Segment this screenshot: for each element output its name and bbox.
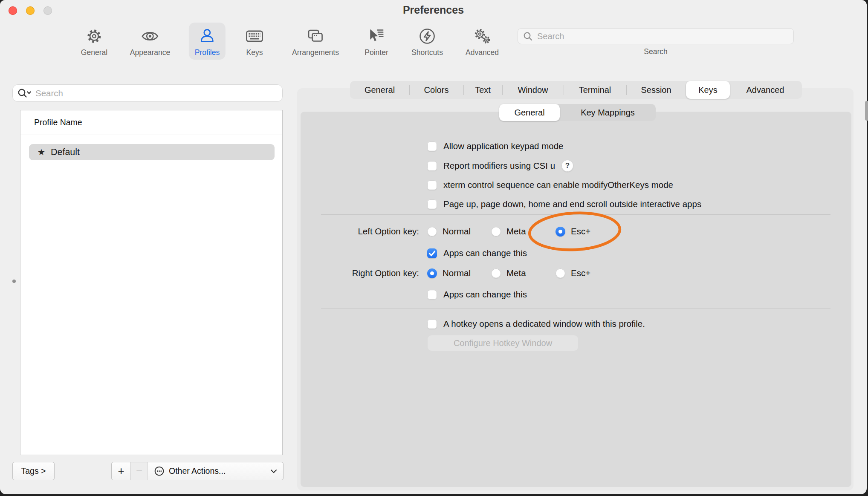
checkbox-label: Apps can change this xyxy=(443,289,527,300)
checkbox-label: Page up, page down, home and end scroll … xyxy=(443,199,701,209)
checkbox-left-apps-can-change[interactable] xyxy=(427,248,437,258)
eye-icon xyxy=(140,26,160,47)
toolbar-search-input[interactable] xyxy=(536,31,788,42)
toolbar-item-arrangements[interactable]: Arrangements xyxy=(286,23,345,60)
left-option-key-label: Left Option key: xyxy=(291,225,419,237)
toolbar-item-label: Pointer xyxy=(365,48,388,57)
toolbar-item-appearance[interactable]: Appearance xyxy=(124,23,176,60)
tab-window[interactable]: Window xyxy=(502,81,564,99)
search-menu-icon[interactable] xyxy=(17,88,32,99)
profile-row-default[interactable]: ★ Default xyxy=(29,144,275,160)
tab-text[interactable]: Text xyxy=(463,81,502,99)
tab-terminal[interactable]: Terminal xyxy=(564,81,626,99)
profile-search-field[interactable] xyxy=(12,84,283,102)
checkbox-right-apps-can-change[interactable] xyxy=(427,290,437,300)
add-profile-button[interactable]: + xyxy=(112,462,131,480)
radio-icon[interactable] xyxy=(556,268,565,278)
titlebar: Preferences General Appearance xyxy=(0,0,867,65)
star-icon: ★ xyxy=(38,148,45,156)
toolbar-item-pointer[interactable]: Pointer xyxy=(359,23,394,60)
other-actions-label: Other Actions... xyxy=(169,466,226,476)
other-actions-dropdown[interactable]: Other Actions... xyxy=(148,462,283,480)
radio-icon[interactable] xyxy=(491,227,501,236)
radio-right-esc[interactable]: Esc+ xyxy=(556,267,590,279)
profile-tabbar: General Colors Text Window Terminal Sess… xyxy=(350,81,802,99)
toolbar-item-label: Keys xyxy=(246,48,263,57)
toolbar-item-label: Shortcuts xyxy=(411,48,443,57)
toolbar-item-advanced[interactable]: Advanced xyxy=(460,23,505,60)
radio-right-meta[interactable]: Meta xyxy=(491,267,526,279)
toolbar-item-general[interactable]: General xyxy=(75,23,113,60)
circle-ellipsis-icon xyxy=(154,466,165,476)
help-button[interactable]: ? xyxy=(561,160,573,172)
checkbox-keypad-mode[interactable] xyxy=(427,141,437,151)
subtab-key-mappings[interactable]: Key Mappings xyxy=(560,104,656,121)
windows-icon xyxy=(306,26,325,47)
toolbar-search-field[interactable] xyxy=(518,28,794,44)
tab-session[interactable]: Session xyxy=(626,81,686,99)
checkbox-label: Allow application keypad mode xyxy=(443,141,563,151)
window-edge-artifact xyxy=(865,101,868,121)
tab-advanced[interactable]: Advanced xyxy=(730,81,801,99)
profile-list-header: Profile Name xyxy=(20,110,282,135)
checkbox-row: Report modifiers using CSI u ? xyxy=(427,160,573,172)
checkbox-label: Apps can change this xyxy=(443,248,527,258)
checkbox-label: A hotkey opens a dedicated window with t… xyxy=(443,319,645,329)
radio-right-normal[interactable]: Normal xyxy=(427,267,471,279)
radio-left-normal[interactable]: Normal xyxy=(427,225,471,237)
toolbar-item-label: Arrangements xyxy=(292,48,339,57)
section-divider xyxy=(321,214,830,215)
right-option-key-label: Right Option key: xyxy=(291,267,419,279)
toolbar-item-label: Appearance xyxy=(130,48,170,57)
window-title: Preferences xyxy=(0,4,867,16)
toolbar-item-label: Profiles xyxy=(195,48,220,57)
search-icon xyxy=(523,32,533,41)
checkbox-hotkey-window[interactable] xyxy=(427,319,437,329)
toolbar-item-label: Advanced xyxy=(466,48,499,57)
keys-general-panel xyxy=(301,112,851,487)
checkbox-label: xterm control sequence can enable modify… xyxy=(443,180,673,190)
gear-icon xyxy=(84,26,104,47)
radio-icon[interactable] xyxy=(491,268,501,278)
tab-colors[interactable]: Colors xyxy=(409,81,463,99)
radio-left-meta[interactable]: Meta xyxy=(491,225,526,237)
splitter-handle-dot[interactable] xyxy=(12,280,16,283)
keyboard-icon xyxy=(245,26,264,47)
remove-profile-button[interactable]: − xyxy=(131,462,148,480)
checkbox-row: xterm control sequence can enable modify… xyxy=(427,179,673,191)
person-icon xyxy=(197,26,217,47)
checkmark-icon xyxy=(427,248,437,258)
radio-icon[interactable] xyxy=(427,227,437,236)
tab-general[interactable]: General xyxy=(350,81,409,99)
checkbox-scroll-outside-apps[interactable] xyxy=(427,199,437,209)
checkbox-row: Apps can change this xyxy=(427,288,527,300)
checkbox-label: Report modifiers using CSI u xyxy=(443,161,555,171)
subtab-general[interactable]: General xyxy=(499,104,560,121)
profile-search-input[interactable] xyxy=(35,88,278,99)
tags-button[interactable]: Tags > xyxy=(12,462,55,480)
configure-hotkey-window-button[interactable]: Configure Hotkey Window xyxy=(428,335,578,351)
cursor-icon xyxy=(367,26,386,47)
section-divider xyxy=(321,308,830,309)
checkbox-row: Page up, page down, home and end scroll … xyxy=(427,198,701,210)
toolbar-item-profiles[interactable]: Profiles xyxy=(189,23,226,60)
profile-name: Default xyxy=(51,147,80,158)
radio-icon-selected[interactable] xyxy=(556,227,565,236)
checkbox-row: A hotkey opens a dedicated window with t… xyxy=(427,318,645,330)
tab-keys[interactable]: Keys xyxy=(686,81,730,99)
checkbox-row: Allow application keypad mode xyxy=(427,140,563,152)
toolbar-item-shortcuts[interactable]: Shortcuts xyxy=(405,23,449,60)
chevron-down-icon xyxy=(270,469,277,473)
desktop-background: { "window": { "title": "Preferences" }, … xyxy=(0,0,868,496)
preferences-window: Preferences General Appearance xyxy=(0,0,867,494)
checkbox-row: Apps can change this xyxy=(427,247,527,259)
profile-actions-strip: + − Other Actions... xyxy=(111,462,284,480)
toolbar-item-keys[interactable]: Keys xyxy=(239,23,270,60)
keys-subtabbar: General Key Mappings xyxy=(499,104,656,121)
radio-icon-selected[interactable] xyxy=(427,268,437,278)
radio-left-esc[interactable]: Esc+ xyxy=(556,225,590,237)
toolbar-item-label: General xyxy=(81,48,107,57)
bolt-icon xyxy=(417,26,437,47)
checkbox-modify-other-keys[interactable] xyxy=(427,180,437,190)
checkbox-csi-u[interactable] xyxy=(427,161,437,171)
